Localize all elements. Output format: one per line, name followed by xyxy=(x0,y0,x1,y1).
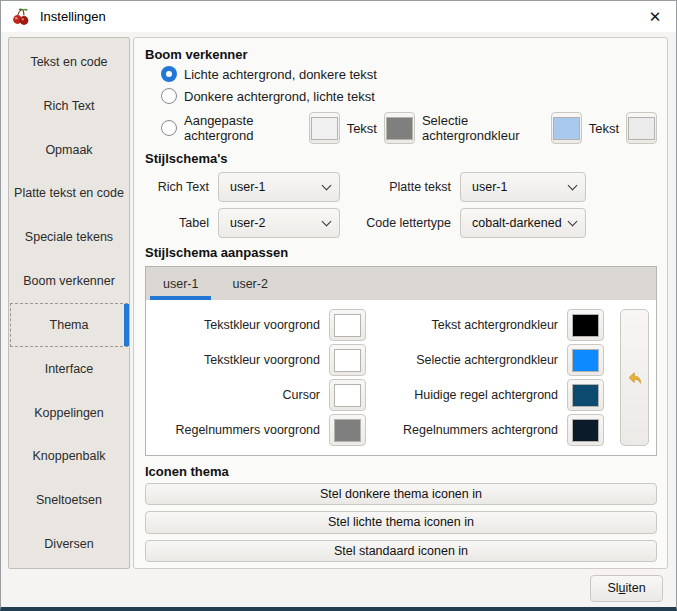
color-swatch xyxy=(572,349,599,372)
selected-indicator xyxy=(124,304,129,346)
rich-text-scheme-dropdown[interactable]: user-1 xyxy=(218,172,340,202)
platte-tekst-label: Platte tekst xyxy=(349,180,451,194)
chevron-down-icon xyxy=(568,180,578,190)
chevron-down-icon xyxy=(322,180,332,190)
color-swatch xyxy=(334,419,361,442)
sidebar-item-opmaak[interactable]: Opmaak xyxy=(10,128,128,172)
scheme-color-panel: Tekstkleur voorgrond Tekst achtergrondkl… xyxy=(146,300,656,455)
color-swatch xyxy=(334,384,361,407)
tab-user-1[interactable]: user-1 xyxy=(146,267,215,300)
radio-custom-background-row: Aangepaste achtergrond Tekst Selectie ac… xyxy=(161,112,657,144)
dialog-footer: Sluiten xyxy=(1,569,676,607)
color-swatch xyxy=(334,314,361,337)
color-swatch xyxy=(334,349,361,372)
section-title-stijlschemas: Stijlschema's xyxy=(145,151,657,166)
scheme-color-grid: Tekstkleur voorgrond Tekst achtergrondkl… xyxy=(152,309,605,446)
reset-scheme-button[interactable] xyxy=(620,309,649,446)
titlebar: Instellingen ✕ xyxy=(1,1,676,32)
row-label: Tekstkleur voorgrond xyxy=(152,353,320,367)
settings-sidebar: Tekst en code Rich Text Opmaak Platte te… xyxy=(8,37,130,569)
row-label: Selectie achtergrondkleur xyxy=(376,353,558,367)
chevron-down-icon xyxy=(322,216,332,226)
radio-button-icon[interactable] xyxy=(161,120,177,136)
sidebar-item-koppelingen[interactable]: Koppelingen xyxy=(10,391,128,435)
window-title: Instellingen xyxy=(40,9,106,24)
settings-window: Instellingen ✕ Tekst en code Rich Text O… xyxy=(0,0,677,611)
sidebar-item-thema[interactable]: Thema xyxy=(10,303,128,347)
radio-button-icon[interactable] xyxy=(161,88,177,104)
cherrytree-cherries-icon xyxy=(11,7,31,27)
set-default-icons-button[interactable]: Stel standaard iconen in xyxy=(145,540,657,562)
sidebar-item-rich-text[interactable]: Rich Text xyxy=(10,84,128,128)
custom-text-color-button[interactable] xyxy=(384,112,415,144)
code-font-scheme-dropdown[interactable]: cobalt-darkened xyxy=(460,208,586,238)
scheme-tabbar: user-1 user-2 xyxy=(146,267,656,300)
text-background-color-button[interactable] xyxy=(567,309,604,341)
plain-text-scheme-dropdown[interactable]: user-1 xyxy=(460,172,586,202)
radio-button-icon[interactable] xyxy=(161,66,177,82)
selection-background-color-button[interactable] xyxy=(551,112,582,144)
scheme-selectors: Rich Text user-1 Platte tekst user-1 Tab… xyxy=(147,172,657,238)
close-window-icon[interactable]: ✕ xyxy=(634,1,676,32)
cursor-color-button[interactable] xyxy=(329,379,366,411)
sidebar-item-speciale-tekens[interactable]: Speciale tekens xyxy=(10,215,128,259)
section-title-stijlschema-aanpassen: Stijlschema aanpassen xyxy=(145,245,657,260)
sidebar-item-platte-tekst-en-code[interactable]: Platte tekst en code xyxy=(10,171,128,215)
main-area: Tekst en code Rich Text Opmaak Platte te… xyxy=(1,32,676,569)
line-numbers-background-color-button[interactable] xyxy=(567,414,604,446)
row-label: Regelnummers voorgrond xyxy=(152,423,320,437)
active-tab-underline xyxy=(150,296,211,300)
radio-label: Aangepaste achtergrond xyxy=(184,113,302,143)
section-title-boom-verkenner: Boom verkenner xyxy=(145,47,657,62)
custom-background-color-button[interactable] xyxy=(309,112,340,144)
tabel-label: Tabel xyxy=(147,216,209,230)
rich-text-label: Rich Text xyxy=(147,180,209,194)
radio-light-background[interactable]: Lichte achtergrond, donkere tekst xyxy=(161,66,657,82)
row-label: Tekst achtergrondkleur xyxy=(376,318,558,332)
row-label: Huidige regel achtergrond xyxy=(376,388,558,402)
table-scheme-dropdown[interactable]: user-2 xyxy=(218,208,340,238)
color-swatch xyxy=(572,384,599,407)
color-swatch xyxy=(572,419,599,442)
current-line-background-color-button[interactable] xyxy=(567,379,604,411)
code-lettertype-label: Code lettertype xyxy=(349,216,451,230)
color-swatch xyxy=(553,117,580,140)
sidebar-item-interface[interactable]: Interface xyxy=(10,347,128,391)
text-foreground-color-button[interactable] xyxy=(329,309,366,341)
sidebar-item-boom-verkenner[interactable]: Boom verkenner xyxy=(10,259,128,303)
color-swatch xyxy=(628,117,655,140)
settings-content-panel: Boom verkenner Lichte achtergrond, donke… xyxy=(133,37,668,569)
selection-text-label: Tekst xyxy=(589,121,619,136)
section-title-iconen-thema: Iconen thema xyxy=(145,464,657,479)
set-dark-theme-icons-button[interactable]: Stel donkere thema iconen in xyxy=(145,483,657,505)
color-swatch xyxy=(311,117,338,140)
sidebar-item-knoppenbalk[interactable]: Knoppenbalk xyxy=(10,434,128,478)
undo-arrow-icon xyxy=(626,369,644,387)
sidebar-item-sneltoetsen[interactable]: Sneltoetsen xyxy=(10,478,128,522)
line-numbers-foreground-color-button[interactable] xyxy=(329,414,366,446)
selection-bg-label: Selectie achtergrondkleur xyxy=(422,113,544,143)
selection-foreground-color-button[interactable] xyxy=(329,344,366,376)
selection-background-color-button-2[interactable] xyxy=(567,344,604,376)
scheme-edit-box: user-1 user-2 Tekstkleur voorgrond Tekst… xyxy=(145,266,657,456)
row-label: Tekstkleur voorgrond xyxy=(152,318,320,332)
radio-dark-background[interactable]: Donkere achtergrond, lichte tekst xyxy=(161,88,657,104)
color-swatch xyxy=(572,314,599,337)
set-light-theme-icons-button[interactable]: Stel lichte thema iconen in xyxy=(145,511,657,533)
custom-text-label: Tekst xyxy=(347,121,377,136)
radio-label: Donkere achtergrond, lichte tekst xyxy=(184,89,375,104)
selection-text-color-button[interactable] xyxy=(626,112,657,144)
row-label: Cursor xyxy=(152,388,320,402)
row-label: Regelnummers achtergrond xyxy=(376,423,558,437)
sidebar-item-diversen[interactable]: Diversen xyxy=(10,522,128,566)
radio-label: Lichte achtergrond, donkere tekst xyxy=(184,67,377,82)
color-swatch xyxy=(386,117,413,140)
tab-user-2[interactable]: user-2 xyxy=(215,267,284,300)
sidebar-item-tekst-en-code[interactable]: Tekst en code xyxy=(10,40,128,84)
sluiten-button[interactable]: Sluiten xyxy=(590,575,663,602)
chevron-down-icon xyxy=(568,216,578,226)
